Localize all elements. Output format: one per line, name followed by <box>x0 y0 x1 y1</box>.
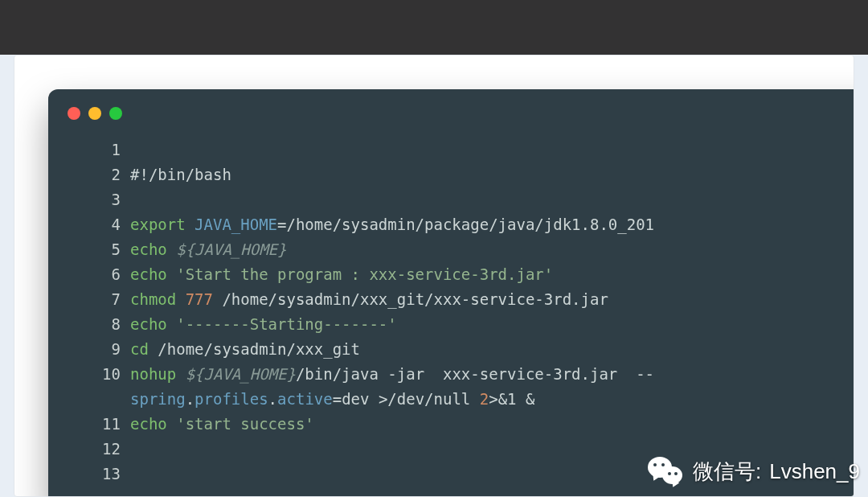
minimize-icon[interactable] <box>88 107 101 120</box>
top-bar <box>0 0 868 55</box>
code-token: 'Start the program : xxx-service-3rd.jar… <box>176 265 553 283</box>
code-content: nohup ${JAVA_HOME}/bin/java -jar xxx-ser… <box>130 362 654 387</box>
code-token: JAVA_HOME <box>194 216 277 233</box>
code-token: ${JAVA_HOME} <box>186 365 296 383</box>
code-content: echo '-------Starting-------' <box>130 312 397 337</box>
code-token: active <box>277 390 333 408</box>
code-token: /home/sysadmin/xxx_git <box>158 340 360 358</box>
line-number: 13 <box>48 462 130 487</box>
code-token: nohup <box>130 365 186 383</box>
line-number <box>48 387 130 412</box>
code-content: chmod 777 /home/sysadmin/xxx_git/xxx-ser… <box>130 287 608 312</box>
code-line: 8echo '-------Starting-------' <box>48 312 854 337</box>
code-line: 2#!/bin/bash <box>48 162 854 187</box>
code-window: 12#!/bin/bash34export JAVA_HOME=/home/sy… <box>48 89 854 497</box>
code-line: 3 <box>48 187 854 212</box>
code-token: 'start success' <box>176 415 314 433</box>
code-token: 2 <box>480 390 489 408</box>
code-token: profiles <box>194 390 268 408</box>
code-line: 7chmod 777 /home/sysadmin/xxx_git/xxx-se… <box>48 287 854 312</box>
code-token: cd <box>130 340 158 358</box>
code-content: echo 'Start the program : xxx-service-3r… <box>130 262 553 287</box>
code-content: spring.profiles.active=dev >/dev/null 2>… <box>130 387 534 412</box>
line-number: 9 <box>48 337 130 362</box>
watermark-handle: Lvshen_9 <box>769 459 860 484</box>
close-icon[interactable] <box>68 107 80 120</box>
line-number: 6 <box>48 262 130 287</box>
page-background-card: 12#!/bin/bash34export JAVA_HOME=/home/sy… <box>14 55 854 497</box>
code-token: 777 <box>186 290 213 308</box>
code-token: =/home/sysadmin/package/java/jdk1.8.0_20… <box>277 216 654 233</box>
code-line: 9cd /home/sysadmin/xxx_git <box>48 337 854 362</box>
code-token: >&1 & <box>489 390 534 408</box>
code-token: spring <box>130 390 186 408</box>
line-number: 5 <box>48 237 130 262</box>
line-number: 11 <box>48 412 130 437</box>
code-token: =dev >/dev/null <box>333 390 480 408</box>
line-number: 4 <box>48 212 130 237</box>
line-number: 3 <box>48 187 130 212</box>
code-token: echo <box>130 315 176 333</box>
code-token: echo <box>130 240 176 258</box>
code-body: 12#!/bin/bash34export JAVA_HOME=/home/sy… <box>48 128 854 487</box>
code-token: echo <box>130 415 176 433</box>
code-content: cd /home/sysadmin/xxx_git <box>130 337 360 362</box>
code-line: 4export JAVA_HOME=/home/sysadmin/package… <box>48 212 854 237</box>
code-line: 1 <box>48 138 854 162</box>
code-line: 6echo 'Start the program : xxx-service-3… <box>48 262 854 287</box>
code-token: '-------Starting-------' <box>176 315 397 333</box>
window-controls <box>48 89 854 128</box>
watermark-label: 微信号: <box>693 458 761 486</box>
code-content: echo ${JAVA_HOME} <box>130 237 286 262</box>
code-token: #!/bin/bash <box>130 166 231 183</box>
code-token: echo <box>130 265 176 283</box>
line-number: 8 <box>48 312 130 337</box>
code-content: export JAVA_HOME=/home/sysadmin/package/… <box>130 212 654 237</box>
code-token: /bin/java <box>296 365 387 383</box>
line-number: 10 <box>48 362 130 387</box>
line-number: 2 <box>48 162 130 187</box>
code-token: /home/sysadmin/xxx_git/xxx-service-3rd.j… <box>213 290 608 308</box>
zoom-icon[interactable] <box>109 107 122 120</box>
code-line: 5echo ${JAVA_HOME} <box>48 237 854 262</box>
line-number: 1 <box>48 138 130 162</box>
code-token: . <box>268 390 277 408</box>
watermark: 微信号: Lvshen_9 <box>648 455 860 487</box>
wechat-icon <box>648 455 685 487</box>
code-line: spring.profiles.active=dev >/dev/null 2>… <box>48 387 854 412</box>
code-token: export <box>130 216 194 233</box>
code-token: chmod <box>130 290 186 308</box>
code-token: . <box>186 390 194 408</box>
code-token: -jar <box>387 365 424 383</box>
code-token: ${JAVA_HOME} <box>176 240 286 258</box>
line-number: 12 <box>48 437 130 462</box>
code-line: 10nohup ${JAVA_HOME}/bin/java -jar xxx-s… <box>48 362 854 387</box>
line-number: 7 <box>48 287 130 312</box>
code-token: xxx-service-3rd.jar -- <box>424 365 654 383</box>
code-line: 11echo 'start success' <box>48 412 854 437</box>
code-content: echo 'start success' <box>130 412 314 437</box>
code-content: #!/bin/bash <box>130 162 231 187</box>
